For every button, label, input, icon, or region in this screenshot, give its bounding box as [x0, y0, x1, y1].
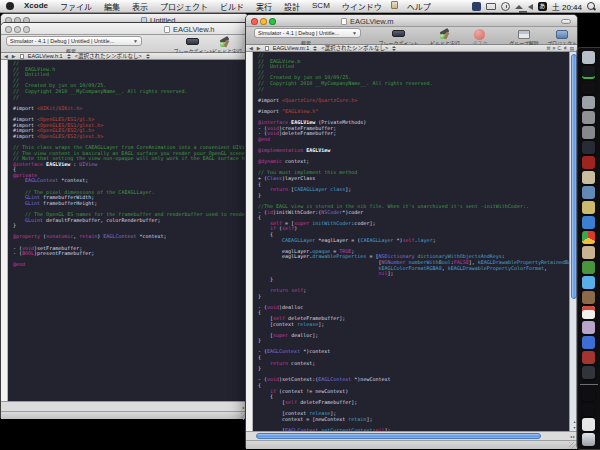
dock-icon-preview[interactable]	[582, 171, 595, 184]
editor-gutter	[246, 52, 253, 431]
dock-icon-ical[interactable]	[582, 306, 595, 319]
dock-icon-wikipedia[interactable]	[582, 366, 595, 379]
left-editor-code: //// EAGLView.h// Untitled//// Created b…	[9, 61, 249, 401]
menu-item[interactable]: Xcode	[18, 1, 54, 12]
back-button[interactable]: ◀	[4, 53, 8, 59]
spotlight-icon[interactable]	[587, 2, 596, 11]
code-editor[interactable]: //// EAGLView.m// Untitled//// Created b…	[246, 52, 577, 431]
horizontal-scrollbar[interactable]: ◂▸	[1, 401, 249, 411]
dock-icon-activity-monitor[interactable]	[582, 66, 595, 79]
menu-item[interactable]: ウインドウ	[336, 1, 388, 12]
dock-icon-trash[interactable]	[582, 433, 595, 446]
file-popup[interactable]: EAGLView.h:1	[28, 53, 63, 59]
dock-icon-stacks-document[interactable]	[582, 418, 595, 431]
dock-icon-app-store[interactable]	[582, 246, 595, 259]
back-button[interactable]: ◀	[249, 45, 253, 51]
popup-arrows-icon	[392, 46, 396, 51]
dock-icon-iphoto[interactable]	[582, 321, 595, 334]
dock-icon-folder-downloads[interactable]	[582, 403, 595, 416]
overview-dropdown[interactable]: ▼Simulator - 4.1 | Debug | Untitled | Un…	[6, 36, 142, 46]
popup-arrows-icon	[313, 46, 317, 51]
clock-icon[interactable]	[501, 2, 510, 11]
build-and-run-button[interactable]	[219, 36, 232, 47]
editor-window-eaglview-m[interactable]: EAGLView.m ▼Simulator - 4.1 | Debug | Un…	[245, 14, 578, 448]
apple-menu-icon[interactable]	[6, 2, 14, 10]
title-bar[interactable]: EAGLView.h	[1, 23, 249, 35]
project-button[interactable]	[556, 30, 568, 39]
bookmark-icon: ⌘	[546, 46, 551, 51]
status-icons	[472, 2, 533, 11]
dock-icon-address-book[interactable]	[582, 291, 595, 304]
dock-icon-terminal[interactable]	[582, 81, 595, 94]
title-bar[interactable]: EAGLView.m	[246, 15, 577, 27]
dock-icon-dictionary[interactable]	[582, 351, 595, 364]
ungroup-button[interactable]	[518, 30, 530, 39]
menu-item[interactable]: ファイル	[54, 1, 98, 12]
toolbar: ▼Simulator - 4.1 | Debug | Untitled | Un…	[1, 35, 249, 53]
dock-icon-itunes[interactable]	[582, 336, 595, 349]
dock-icon-dashboard[interactable]	[582, 141, 595, 154]
menu-item[interactable]: ビルド	[214, 1, 250, 12]
right-editor-code: //// EAGLView.m// Untitled//// Created b…	[254, 53, 568, 431]
breakpoints-button[interactable]	[392, 30, 405, 37]
build-and-run-button[interactable]	[439, 28, 452, 39]
dock-icon-safari[interactable]	[582, 216, 595, 229]
input-method-icon[interactable]: あ	[538, 2, 547, 11]
dock-icon-xcode[interactable]	[582, 261, 595, 274]
dock-icon-adobe-app[interactable]	[582, 156, 595, 169]
display-icon[interactable]	[486, 3, 496, 10]
editor-mini-buttons[interactable]: ⌘≡C.#.▤	[546, 46, 574, 51]
minimize-button[interactable]	[14, 26, 21, 33]
script-menu-icon[interactable]	[388, 1, 401, 11]
resize-grip[interactable]	[569, 442, 576, 449]
dock-items	[580, 51, 598, 448]
horizontal-scroll-thumb[interactable]	[256, 433, 541, 439]
counterpart-icon: C.	[557, 46, 562, 51]
popup-arrows-icon	[67, 54, 71, 59]
zoom-button[interactable]	[269, 18, 276, 25]
menu-item-help[interactable]: ヘルプ	[401, 1, 437, 12]
menu-bar-items: Xcodeファイル編集表示プロジェクトビルド実行設計SCMウインドウ	[18, 1, 388, 12]
menu-item[interactable]: 設計	[278, 1, 306, 12]
menu-clock[interactable]: 土 20:44	[552, 1, 582, 12]
dock-icon-folder-documents[interactable]	[582, 388, 595, 401]
close-button[interactable]	[251, 18, 258, 25]
eject-icon[interactable]	[515, 5, 523, 9]
menu-item[interactable]: SCM	[306, 1, 336, 12]
minimize-button[interactable]	[260, 18, 267, 25]
status-bar	[246, 440, 577, 449]
dock	[576, 47, 600, 450]
lock-icon: #.	[564, 46, 568, 51]
symbol-popup[interactable]: <選択されたシンボルなし>	[321, 45, 388, 52]
zoom-button[interactable]	[23, 26, 30, 33]
menu-item[interactable]: 表示	[126, 1, 154, 12]
symbol-popup[interactable]: <選択されたシンボルなし>	[75, 53, 142, 60]
editor-window-eaglview-h[interactable]: EAGLView.h ▼Simulator - 4.1 | Debug | Un…	[0, 22, 250, 418]
volume-icon[interactable]	[528, 4, 533, 10]
dock-icon-ichat[interactable]	[582, 276, 595, 289]
toolbar-toggle-button[interactable]	[561, 19, 571, 24]
file-icon	[265, 46, 269, 51]
forward-button[interactable]: ▶	[257, 45, 261, 51]
menu-item[interactable]: プロジェクト	[154, 1, 214, 12]
forward-button[interactable]: ▶	[12, 53, 16, 59]
close-button[interactable]	[5, 26, 12, 33]
dock-icon-automator[interactable]	[582, 201, 595, 214]
file-popup[interactable]: EAGLView.m:1	[273, 45, 309, 51]
funnel-icon: ≡	[553, 46, 556, 51]
overview-dropdown[interactable]: ▼Simulator - 4.1 | Debug | Untitle...	[254, 28, 361, 38]
horizontal-scrollbar[interactable]: ◂▸	[246, 431, 577, 440]
menu-item[interactable]: 編集	[98, 1, 126, 12]
breakpoints-button[interactable]	[186, 38, 199, 45]
dock-icon-archive-utility[interactable]	[582, 111, 595, 124]
dock-icon-chrome[interactable]	[582, 231, 595, 244]
code-editor[interactable]: //// EAGLView.h// Untitled//// Created b…	[1, 60, 249, 401]
menu-item[interactable]: 実行	[250, 1, 278, 12]
dock-icon-font-book[interactable]	[582, 126, 595, 139]
toolbar: ▼Simulator - 4.1 | Debug | Untitle... 概要…	[246, 27, 577, 45]
app-grid-icon[interactable]	[472, 2, 481, 11]
status-bar	[1, 411, 249, 419]
dock-icon-textedit[interactable]	[582, 186, 595, 199]
dock-icon-mail[interactable]	[582, 96, 595, 109]
dock-icon-system-preferences[interactable]	[582, 51, 595, 64]
